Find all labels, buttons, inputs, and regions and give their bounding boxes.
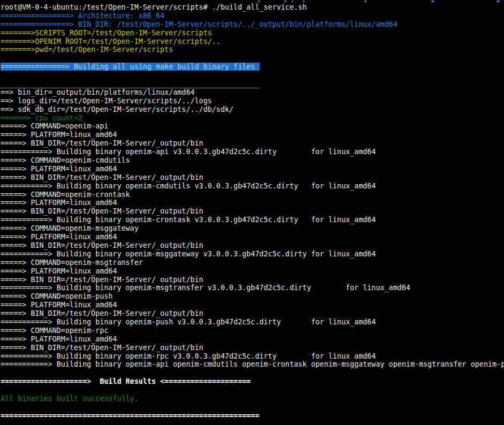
terminal-line-text: =====> COMMAND=openim-cmdutils (1, 156, 130, 164)
terminal-line: root@VM-0-4-ubuntu:/test/Open-IM-Server/… (0, 3, 504, 12)
terminal-line: ===========> Building binary openim-push… (0, 318, 504, 327)
terminal-line: ==> logs_dir=/test/Open-IM-Server/script… (0, 97, 504, 105)
terminal-line-text: ===========> Building binary openim-cron… (1, 216, 376, 224)
terminal-line-text: All binaries built successfully. (1, 394, 139, 403)
terminal-line-text: =====> BIN_DIR=/test/Open-IM-Server/_out… (1, 207, 203, 215)
terminal-line: =====> COMMAND=openim-msgtransfer (0, 259, 504, 267)
terminal-line-text: =====> COMMAND=openim-api (1, 122, 109, 130)
terminal-line-text: =====> BIN_DIR=/test/Open-IM-Server/_out… (1, 173, 203, 181)
terminal-line-text: ===========> Building binary openim-push… (1, 318, 376, 326)
terminal-line-text: ================> BIN_DIR: /test/Open-IM… (1, 20, 398, 28)
terminal-line: =====> COMMAND=openim-cmdutils (0, 156, 504, 165)
terminal-line: ===========> Building binary openim-cmdu… (0, 182, 504, 191)
terminal-line (0, 403, 504, 412)
terminal-line: =====> COMMAND=openim-crontask (0, 191, 504, 199)
terminal-line: ===========> Building binary openim-rpc … (0, 352, 504, 361)
terminal-line: =====> COMMAND=openim-push (0, 292, 504, 301)
terminal-line-text: ===========> Building binary openim-cmdu… (1, 182, 376, 190)
terminal-line-text: =====> COMMAND=openim-msgtransfer (1, 259, 143, 267)
clipped-text-fragment (497, 1, 500, 2)
terminal-line (0, 54, 504, 63)
terminal-line: =====> BIN_DIR=/test/Open-IM-Server/_out… (0, 241, 504, 250)
terminal-line: =======>OPENIM_ROOT=/test/Open-IM-Server… (0, 37, 504, 46)
terminal-line: =====> BIN_DIR=/test/Open-IM-Server/_out… (0, 173, 504, 182)
terminal-line-text: =====> PLATFORM=linux_amd64 (1, 165, 117, 173)
terminal-line: =====> BIN_DIR=/test/Open-IM-Server/_out… (0, 139, 504, 148)
terminal-line: =====> COMMAND=openim-api (0, 122, 504, 131)
terminal-line-text: =====> BIN_DIR=/test/Open-IM-Server/_out… (1, 276, 203, 284)
terminal-line-text: =====> PLATFORM=linux_amd64 (1, 131, 117, 139)
terminal-line-text: ========================================… (1, 412, 259, 420)
terminal-line: =====> COMMAND=openim-msggateway (0, 224, 504, 233)
terminal-line-text: =======>pwd=/test/Open-IM-Server/scripts (1, 45, 173, 54)
clipped-text-fragment (364, 1, 366, 2)
terminal-line-text: ________________________________________… (1, 80, 259, 88)
terminal-line-text: =====> BIN_DIR=/test/Open-IM-Server/_out… (1, 344, 203, 352)
terminal-line-text: =====> PLATFORM=linux_amd64 (1, 267, 117, 275)
terminal-line-text: ================> Architecture: x86_64 (1, 12, 164, 20)
terminal-line: =====> BIN_DIR=/test/Open-IM-Server/_out… (0, 309, 504, 318)
terminal-line: =====> BIN_DIR=/test/Open-IM-Server/_out… (0, 276, 504, 284)
terminal-line: ================> BIN_DIR: /test/Open-IM… (0, 20, 504, 29)
terminal-line: =====> PLATFORM=linux_amd64 (0, 199, 504, 207)
terminal-line-text: =======>SCRIPTS_ROOT=/test/Open-IM-Serve… (1, 29, 212, 37)
terminal-line: =======>pwd=/test/Open-IM-Server/scripts (0, 45, 504, 54)
terminal-line: =====> BIN_DIR=/test/Open-IM-Server/_out… (0, 344, 504, 352)
terminal-line-text: =======>OPENIM_ROOT=/test/Open-IM-Server… (1, 37, 220, 45)
terminal-line: ===============> Building all using make… (0, 63, 504, 71)
terminal-window[interactable]: root@VM-0-4-ubuntu:/test/Open-IM-Server/… (0, 0, 504, 425)
terminal-line-text: =====> BIN_DIR=/test/Open-IM-Server/_out… (1, 309, 203, 317)
terminal-line: ===========> Building binary openim-api … (0, 148, 504, 156)
clipped-text-fragment (257, 1, 260, 2)
terminal-line-text: =====> PLATFORM=linux_amd64 (1, 335, 117, 343)
terminal-line: ===========> Building binary openim-api … (0, 360, 504, 369)
terminal-lines: root@VM-0-4-ubuntu:/test/Open-IM-Server/… (0, 3, 504, 420)
terminal-line-text: ======> cpu_count=2 (1, 114, 82, 122)
terminal-line: ==> bin_dir=_output/bin/platforms/linux/… (0, 88, 504, 97)
terminal-line-text: =====> COMMAND=openim-push (1, 292, 113, 300)
terminal-line-text: ==> logs_dir=/test/Open-IM-Server/script… (1, 97, 212, 105)
terminal-line: =====> PLATFORM=linux_amd64 (0, 267, 504, 276)
terminal-line: ====================> Build Results <===… (0, 377, 504, 386)
terminal-line (0, 369, 504, 377)
terminal-line: ===========> Building binary openim-msgt… (0, 284, 504, 292)
terminal-line: =====> PLATFORM=linux_amd64 (0, 131, 504, 139)
terminal-line: ===========> Building binary openim-msgg… (0, 250, 504, 259)
terminal-line (0, 386, 504, 394)
clipped-text-fragment (303, 1, 304, 2)
terminal-line-text: ===========> Building binary openim-rpc … (1, 352, 376, 360)
clipped-text-fragment (431, 1, 434, 2)
terminal-line-text: =====> PLATFORM=linux_amd64 (1, 199, 117, 207)
terminal-line: =====> PLATFORM=linux_amd64 (0, 165, 504, 173)
terminal-line-text: ===========> Building binary openim-api … (1, 148, 376, 156)
terminal-line-text: ===========> Building binary openim-msgg… (1, 250, 376, 258)
terminal-line: ===========> Building binary openim-cron… (0, 216, 504, 224)
terminal-line: ==> sdk_db_dir=/test/Open-IM-Server/scri… (0, 105, 504, 114)
terminal-line-text: =====> BIN_DIR=/test/Open-IM-Server/_out… (1, 241, 203, 249)
terminal-line-text: ==> sdk_db_dir=/test/Open-IM-Server/scri… (1, 105, 233, 113)
terminal-line: =====> BIN_DIR=/test/Open-IM-Server/_out… (0, 207, 504, 216)
terminal-line-text: root@VM-0-4-ubuntu:/test/Open-IM-Server/… (1, 3, 307, 11)
terminal-line: ========================================… (0, 412, 504, 420)
terminal-line-text: ====================> Build Results <===… (1, 377, 251, 385)
terminal-line-text: ===============> Building all using make… (1, 63, 259, 71)
terminal-line-text: =====> COMMAND=openim-crontask (1, 191, 130, 199)
terminal-line: =====> PLATFORM=linux_amd64 (0, 301, 504, 309)
clipped-text-fragment (292, 1, 293, 2)
terminal-line: All binaries built successfully. (0, 394, 504, 403)
terminal-line-text: =====> BIN_DIR=/test/Open-IM-Server/_out… (1, 139, 203, 147)
clipped-text-fragment (284, 1, 287, 2)
terminal-line: ================> Architecture: x86_64 (0, 12, 504, 20)
terminal-line: =====> PLATFORM=linux_amd64 (0, 233, 504, 241)
terminal-line: =====> PLATFORM=linux_amd64 (0, 335, 504, 344)
terminal-line (0, 71, 504, 80)
terminal-line: ======> cpu_count=2 (0, 114, 504, 123)
terminal-line-text: =====> COMMAND=openim-rpc (1, 327, 109, 335)
terminal-line-text: ==> bin_dir=_output/bin/platforms/linux/… (1, 88, 195, 96)
terminal-line: =====> COMMAND=openim-rpc (0, 327, 504, 335)
terminal-line-text: ===========> Building binary openim-msgt… (1, 284, 410, 292)
terminal-line-text: =====> PLATFORM=linux_amd64 (1, 301, 117, 309)
terminal-line-text: =====> PLATFORM=linux_amd64 (1, 233, 117, 241)
terminal-line-text: =====> COMMAND=openim-msggateway (1, 224, 139, 232)
terminal-line: =======>SCRIPTS_ROOT=/test/Open-IM-Serve… (0, 29, 504, 37)
